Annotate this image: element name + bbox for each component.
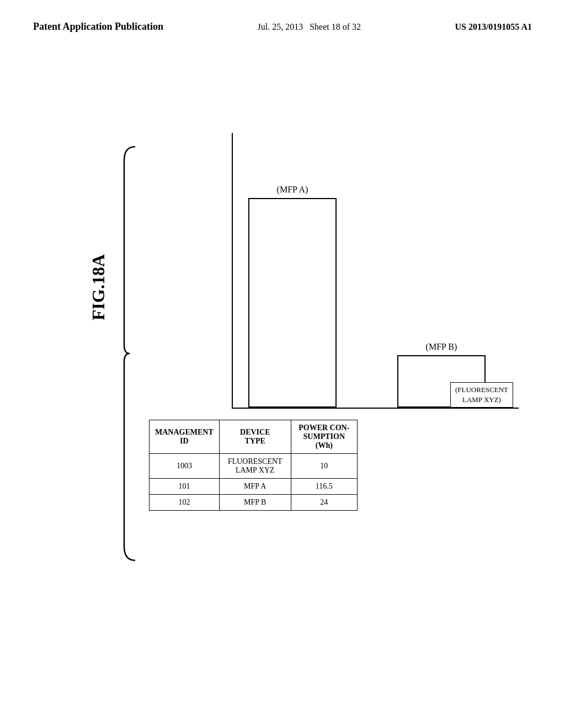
col-header-power: POWER CON-SUMPTION (Wh) <box>291 420 357 454</box>
col-header-mgmt: MANAGEMENTID <box>150 420 220 454</box>
fluorescent-lamp-label: (FLUORESCENTLAMP XYZ) <box>450 382 513 408</box>
y-axis <box>232 133 233 409</box>
main-content: FIG.18A MANAGEMENTID DEVICETYPE POWER CO… <box>0 45 565 706</box>
patent-number: US 2013/0191055 A1 <box>455 22 532 32</box>
publication-title: Patent Application Publication <box>33 20 163 34</box>
col-header-device: DEVICETYPE <box>219 420 291 454</box>
cell-mgmt-id: 102 <box>150 495 220 511</box>
x-axis <box>232 408 519 409</box>
bar-chart: (MFP A) (MFP B) (FLUORESCENTLAMP XYZ) <box>232 133 519 409</box>
bar-label-mfp-b: (MFP B) <box>397 342 486 352</box>
table-row: 102 MFP B 24 <box>150 495 358 511</box>
cell-mgmt-id: 1003 <box>150 454 220 479</box>
cell-device-type: MFP B <box>219 495 291 511</box>
publication-date-sheet: Jul. 25, 2013 Sheet 18 of 32 <box>257 22 361 32</box>
chart-container: (MFP A) (MFP B) (FLUORESCENTLAMP XYZ) <box>232 133 519 409</box>
cell-device-type: FLUORESCENTLAMP XYZ <box>219 454 291 479</box>
page-header: Patent Application Publication Jul. 25, … <box>0 0 565 34</box>
figure-label: FIG.18A <box>88 254 109 320</box>
data-table: MANAGEMENTID DEVICETYPE POWER CON-SUMPTI… <box>149 420 358 511</box>
cell-power: 116.5 <box>291 479 357 495</box>
bar-label-mfp-a: (MFP A) <box>248 185 337 195</box>
cell-mgmt-id: 101 <box>150 479 220 495</box>
table-row: 1003 FLUORESCENTLAMP XYZ 10 <box>150 454 358 479</box>
cell-power: 10 <box>291 454 357 479</box>
power-consumption-table: MANAGEMENTID DEVICETYPE POWER CON-SUMPTI… <box>149 420 358 511</box>
table-row: 101 MFP A 116.5 <box>150 479 358 495</box>
bar-mfp-a <box>248 198 337 408</box>
cell-power: 24 <box>291 495 357 511</box>
cell-device-type: MFP A <box>219 479 291 495</box>
brace-icon <box>121 144 138 563</box>
